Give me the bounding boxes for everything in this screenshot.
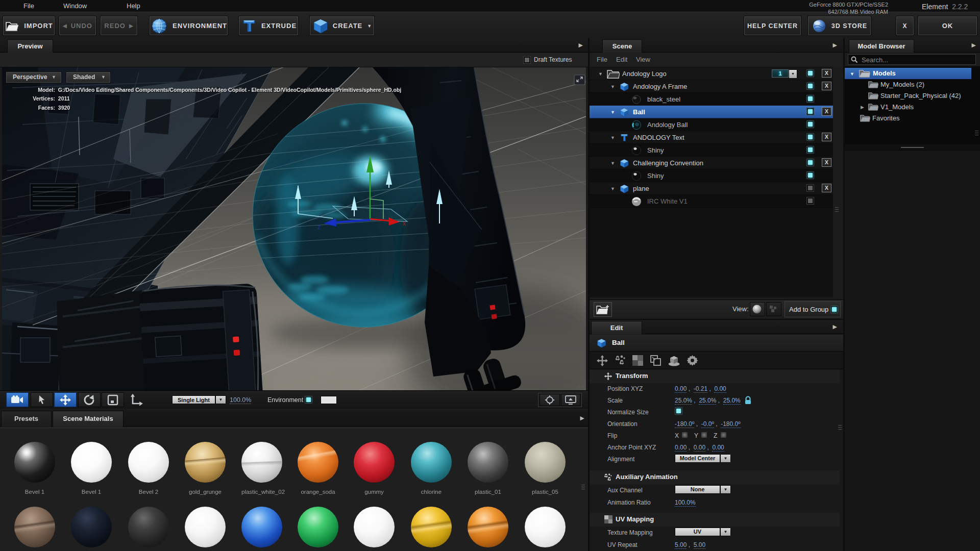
svg-text:z: z xyxy=(317,223,321,231)
svg-text:x: x xyxy=(403,219,406,227)
